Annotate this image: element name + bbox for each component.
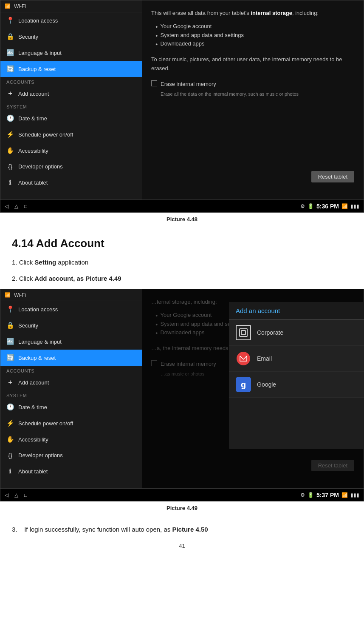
sidebar-item-label: About tablet bbox=[18, 468, 48, 475]
recents-button-2[interactable]: □ bbox=[24, 492, 27, 498]
back-button-2[interactable]: ◁ bbox=[5, 492, 8, 498]
svg-rect-0 bbox=[240, 329, 247, 336]
corporate-icon bbox=[236, 325, 251, 340]
sidebar-item-location[interactable]: 📍 Location access bbox=[0, 12, 142, 28]
back-button[interactable]: ◁ bbox=[5, 203, 8, 209]
battery-icon: 🔋 bbox=[308, 203, 314, 209]
sidebar-item-label: Location access bbox=[18, 306, 58, 313]
dialog-item-email[interactable]: Email bbox=[229, 346, 364, 372]
sidebar-1: 📶 Wi-Fi 📍 Location access 🔒 Security 🔤 L… bbox=[0, 0, 142, 212]
status-bar-1: ⚙ 🔋 5:36 PM 📶 ▮▮▮ bbox=[142, 199, 364, 212]
sidebar-item-label: Schedule power on/off bbox=[18, 420, 73, 427]
sidebar-item-label: Language & input bbox=[18, 339, 62, 345]
security-icon-2: 🔒 bbox=[6, 322, 14, 329]
schedule-power-icon: ⚡ bbox=[6, 131, 14, 138]
sidebar-item-language[interactable]: 🔤 Language & input bbox=[0, 45, 142, 61]
add-account-icon: + bbox=[6, 90, 14, 97]
bg-reset-btn-container: Reset tablet bbox=[311, 460, 354, 471]
sidebar2-item-schedule[interactable]: ⚡ Schedule power on/off bbox=[0, 415, 142, 431]
accessibility-icon: ✋ bbox=[6, 147, 14, 154]
recents-button[interactable]: □ bbox=[24, 203, 27, 209]
home-button[interactable]: △ bbox=[14, 203, 18, 209]
status-bar-2: ⚙ 🔋 5:37 PM 📶 ▮▮▮ bbox=[142, 488, 364, 501]
about-icon: ℹ bbox=[6, 179, 14, 186]
security-icon: 🔒 bbox=[6, 33, 14, 40]
sidebar-item-date-time[interactable]: 🕐 Date & time bbox=[0, 110, 142, 126]
sidebar-item-developer[interactable]: {} Developer options bbox=[0, 159, 142, 174]
sidebar2-item-language[interactable]: 🔤 Language & input bbox=[0, 333, 142, 350]
sidebar-item-label: Developer options bbox=[18, 452, 63, 458]
dialog-title: Add an account bbox=[229, 302, 364, 320]
bg-reset-btn: Reset tablet bbox=[311, 460, 354, 471]
sidebar-item-schedule-power[interactable]: ⚡ Schedule power on/off bbox=[0, 126, 142, 142]
dialog-item-corporate[interactable]: Corporate bbox=[229, 320, 364, 346]
email-label: Email bbox=[257, 355, 272, 362]
sidebar-item-backup[interactable]: 🔄 Backup & reset bbox=[0, 61, 142, 77]
sidebar-item-label: Add account bbox=[18, 91, 49, 97]
wifi-label: Wi-Fi bbox=[14, 3, 26, 9]
time-display-1: 5:36 PM bbox=[316, 203, 339, 210]
sidebar-item-label: Backup & reset bbox=[18, 66, 56, 72]
sidebar-item-label: Accessibility bbox=[18, 148, 48, 154]
sidebar2-item-add-account[interactable]: + Add account bbox=[0, 374, 142, 390]
add-account-dialog: Add an account Corporate bbox=[229, 302, 364, 449]
svg-rect-1 bbox=[241, 330, 245, 335]
erase-memory-checkbox[interactable] bbox=[151, 80, 157, 86]
wifi-bar-1: 📶 Wi-Fi bbox=[0, 0, 142, 12]
setting-bold: Setting bbox=[34, 259, 56, 266]
instruction-2: 2. Click Add account, as Picture 4.49 bbox=[12, 273, 352, 284]
developer-icon-2: {} bbox=[6, 452, 14, 459]
home-button-2[interactable]: △ bbox=[14, 492, 18, 498]
sidebar-item-security[interactable]: 🔒 Security bbox=[0, 28, 142, 45]
bullet-system: System and app data and settings bbox=[155, 31, 354, 40]
language-icon: 🔤 bbox=[6, 49, 14, 57]
system-section-label-2: SYSTEM bbox=[0, 390, 142, 399]
sidebar-item-label: Accessibility bbox=[18, 436, 48, 443]
accessibility-icon-2: ✋ bbox=[6, 436, 14, 443]
sidebar-2: 📶 Wi-Fi 📍 Location access 🔒 Security 🔤 L… bbox=[0, 289, 142, 501]
datetime-icon: 🕐 bbox=[6, 114, 14, 122]
bg-checkbox-label: Erase internal memory bbox=[161, 360, 216, 369]
status-right-1: ⚙ 🔋 5:36 PM 📶 ▮▮▮ bbox=[300, 203, 359, 210]
reset-tablet-button[interactable]: Reset tablet bbox=[311, 171, 354, 182]
developer-icon: {} bbox=[6, 163, 14, 170]
sidebar-item-accessibility[interactable]: ✋ Accessibility bbox=[0, 142, 142, 159]
instruction-1: 1. Click Setting application bbox=[12, 257, 352, 268]
sidebar-item-about[interactable]: ℹ About tablet bbox=[0, 174, 142, 191]
sidebar-item-add-account[interactable]: + Add account bbox=[0, 85, 142, 102]
sidebar2-item-location[interactable]: 📍 Location access bbox=[0, 301, 142, 317]
wifi-signal-icon-2: 📶 bbox=[341, 492, 348, 498]
sidebar-item-label: Language & input bbox=[18, 50, 62, 56]
backup-icon: 🔄 bbox=[6, 65, 14, 73]
sidebar2-item-developer[interactable]: {} Developer options bbox=[0, 447, 142, 463]
wifi-icon-2: 📶 bbox=[5, 292, 11, 298]
erase-memory-label: Erase internal memory bbox=[161, 80, 216, 89]
erase-bullet-list: Your Google account System and app data … bbox=[155, 22, 354, 48]
backup-icon-2: 🔄 bbox=[6, 354, 14, 362]
nav-bar-1: ◁ △ □ bbox=[0, 199, 142, 212]
signal-bars-icon-2: ▮▮▮ bbox=[350, 492, 359, 498]
location-icon: 📍 bbox=[6, 17, 14, 24]
erase-memory-sublabel: Erase all the data on the internal memor… bbox=[161, 91, 354, 98]
sidebar2-item-datetime[interactable]: 🕐 Date & time bbox=[0, 399, 142, 415]
about-icon-2: ℹ bbox=[6, 467, 14, 475]
sidebar2-item-accessibility[interactable]: ✋ Accessibility bbox=[0, 431, 142, 447]
sidebar-item-label: Backup & reset bbox=[18, 355, 56, 361]
sidebar-item-label: Developer options bbox=[18, 163, 63, 170]
sidebar2-item-backup[interactable]: 🔄 Backup & reset bbox=[0, 350, 142, 366]
add-account-icon-2: + bbox=[6, 379, 14, 386]
usb-icon-2: ⚙ bbox=[300, 492, 305, 498]
caption-1: Picture 4.48 bbox=[0, 213, 364, 229]
picture-ref-bold: Picture 4.50 bbox=[172, 526, 208, 533]
sidebar-item-label: Security bbox=[18, 322, 38, 329]
sidebar-item-label: Schedule power on/off bbox=[18, 131, 73, 138]
erase-note: To clear music, pictures, and other user… bbox=[151, 55, 354, 73]
google-label: Google bbox=[257, 381, 276, 388]
wifi-label-2: Wi-Fi bbox=[14, 292, 26, 298]
bullet-google: Your Google account bbox=[155, 22, 354, 31]
email-icon bbox=[236, 351, 251, 366]
usb-icon: ⚙ bbox=[300, 203, 305, 209]
dialog-item-google[interactable]: g Google bbox=[229, 372, 364, 398]
sidebar2-item-security[interactable]: 🔒 Security bbox=[0, 317, 142, 333]
sidebar2-item-about[interactable]: ℹ About tablet bbox=[0, 463, 142, 479]
